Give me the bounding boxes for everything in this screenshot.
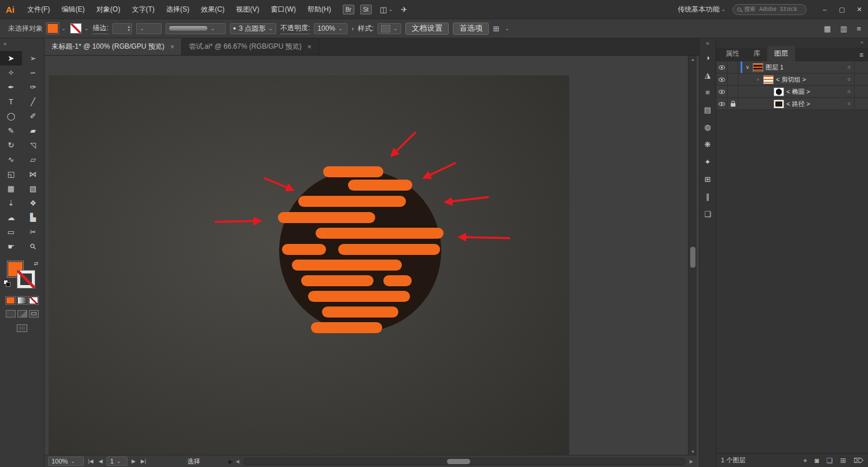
stock-button[interactable]: St	[360, 5, 372, 14]
color-panel-icon[interactable]: ◑	[699, 49, 716, 66]
opacity-panel-arrow[interactable]: ›	[351, 25, 354, 32]
menu-item[interactable]: 视图(V)	[230, 0, 265, 19]
rotate-tool[interactable]: ↻	[0, 138, 22, 152]
align-panel-icon[interactable]: ∥	[699, 188, 716, 205]
visibility-cell[interactable]	[716, 98, 728, 110]
layer-row-content[interactable]: < 路径 > ○	[738, 98, 854, 110]
maximize-button[interactable]: ▢	[833, 0, 851, 19]
paintbrush-tool[interactable]: ✐	[22, 109, 44, 123]
menu-item[interactable]: 编辑(E)	[56, 0, 90, 19]
align-options-icon[interactable]: ⊞	[493, 24, 499, 33]
scroll-down-icon[interactable]: ▼	[688, 448, 697, 455]
lock-icon[interactable]	[731, 103, 735, 107]
layer-name[interactable]: < 路径 >	[786, 100, 810, 108]
selection-cell[interactable]	[854, 98, 868, 110]
direct-selection-tool[interactable]: ➢	[22, 51, 44, 65]
eye-icon[interactable]	[719, 90, 725, 94]
lock-cell[interactable]	[728, 98, 738, 110]
scale-tool[interactable]: ◹	[22, 138, 44, 152]
layer-thumbnail[interactable]	[753, 63, 763, 72]
layer-thumbnail[interactable]	[774, 100, 784, 108]
workspace-switcher[interactable]: 传统基本功能 ⌄	[677, 5, 726, 14]
artboard-number-combo[interactable]: 1	[107, 457, 127, 466]
blend-tool[interactable]: ❖	[22, 196, 44, 210]
layer-name[interactable]: < 剪切组 >	[776, 75, 806, 84]
stroke-proxy-swatch[interactable]	[17, 271, 35, 288]
minimize-button[interactable]: –	[816, 0, 833, 19]
default-fill-stroke-icon[interactable]	[3, 280, 10, 287]
stroke-color-button[interactable]: ⌄	[70, 23, 89, 34]
layer-name[interactable]: < 椭圆 >	[786, 87, 810, 96]
gradient-panel-icon[interactable]: ▤	[699, 101, 716, 118]
lock-cell[interactable]	[728, 61, 738, 73]
eyedropper-tool[interactable]: ⇣	[0, 196, 22, 210]
stroke-panel-icon[interactable]: ≡	[699, 83, 716, 101]
selection-tool[interactable]: ➤	[0, 51, 22, 65]
target-circle-icon[interactable]: ○	[848, 89, 851, 94]
mesh-tool[interactable]: ▦	[0, 181, 22, 196]
none-button[interactable]	[29, 297, 38, 304]
visibility-cell[interactable]	[716, 86, 728, 97]
gradient-tool[interactable]: ▧	[22, 181, 44, 196]
tab-close-icon[interactable]: ×	[307, 43, 312, 51]
menu-item[interactable]: 窗口(W)	[265, 0, 302, 19]
selection-cell[interactable]	[854, 74, 868, 85]
transparency-panel-icon[interactable]: ◍	[699, 118, 716, 136]
preferences-button[interactable]: 首选项	[453, 23, 489, 35]
stroke-weight-label[interactable]: 描边:	[93, 23, 108, 34]
layer-name[interactable]: 图层 1	[766, 63, 783, 72]
horizontal-scrollbar[interactable]	[243, 458, 686, 465]
vertical-scroll-thumb[interactable]	[690, 247, 695, 268]
pen-tool[interactable]: ✒	[0, 80, 22, 94]
locate-object-icon[interactable]: ⌖	[803, 457, 807, 465]
pathfinder-panel-icon[interactable]: ❑	[699, 205, 716, 222]
new-layer-icon[interactable]: ⊞	[840, 457, 846, 465]
opacity-label[interactable]: 不透明度:	[280, 23, 310, 34]
target-circle-icon[interactable]: ○	[848, 101, 851, 107]
stock-search-input[interactable]	[744, 6, 802, 13]
scroll-right-icon[interactable]: ▶	[690, 459, 693, 464]
perspective-grid-tool[interactable]: ⋈	[22, 167, 44, 181]
dock-tab[interactable]: 属性	[719, 46, 746, 61]
screen-mode-button[interactable]	[17, 324, 27, 332]
lock-cell[interactable]	[728, 86, 738, 97]
stroke-weight-stepper[interactable]: ▲▼	[112, 23, 132, 34]
menu-item[interactable]: 文件(F)	[21, 0, 56, 19]
horizontal-scroll-thumb[interactable]	[447, 459, 470, 464]
eye-icon[interactable]	[719, 65, 725, 70]
new-sublayer-icon[interactable]: ❏	[826, 457, 833, 465]
transform-panel-icon[interactable]: ⊞	[699, 170, 716, 188]
tab-close-icon[interactable]: ×	[170, 43, 174, 51]
vertical-scrollbar[interactable]: ▲ ▼	[688, 56, 697, 455]
last-artboard-button[interactable]: ▶|	[140, 458, 147, 464]
color-button[interactable]	[6, 297, 15, 304]
toolbar-collapse-icon[interactable]: «	[0, 38, 44, 51]
app-logo[interactable]: Ai	[6, 5, 14, 14]
delete-selection-icon[interactable]: ⌦	[854, 457, 863, 465]
document-setup-button[interactable]: 文档设置	[405, 23, 449, 35]
visibility-cell[interactable]	[716, 61, 728, 73]
layer-row-content[interactable]: ∨ 图层 1 ○	[738, 61, 854, 73]
magic-wand-tool[interactable]: ✧	[0, 65, 22, 80]
first-artboard-button[interactable]: |◀	[87, 458, 94, 464]
stroke-weight-combo[interactable]	[136, 23, 162, 34]
layout-caret-icon[interactable]: ⌄	[389, 6, 393, 12]
column-graph-tool[interactable]: ▙	[22, 210, 44, 225]
dock-tab[interactable]: 图层	[767, 46, 795, 61]
width-profile-combo[interactable]	[166, 23, 226, 34]
make-clip-mask-icon[interactable]: ◙	[815, 457, 819, 465]
symbol-sprayer-tool[interactable]: ☁	[0, 210, 22, 225]
selection-cell[interactable]	[854, 86, 868, 97]
brushes-panel-icon[interactable]: ❋	[699, 136, 716, 153]
document-tab[interactable]: 未标题-1* @ 100% (RGB/GPU 预览) ×	[45, 38, 182, 55]
shaper-tool[interactable]: ✎	[0, 123, 22, 138]
opacity-combo[interactable]: 100%	[314, 23, 347, 34]
menu-item[interactable]: 帮助(H)	[302, 0, 337, 19]
menu-item[interactable]: 效果(C)	[195, 0, 230, 19]
eye-icon[interactable]	[719, 102, 725, 106]
artboard-tool[interactable]: ▭	[0, 225, 22, 239]
swap-fill-stroke-icon[interactable]: ⇄	[34, 261, 38, 267]
layer-thumbnail[interactable]	[774, 87, 784, 96]
close-button[interactable]: ✕	[851, 0, 868, 19]
disclosure-icon[interactable]: ›	[755, 76, 761, 82]
